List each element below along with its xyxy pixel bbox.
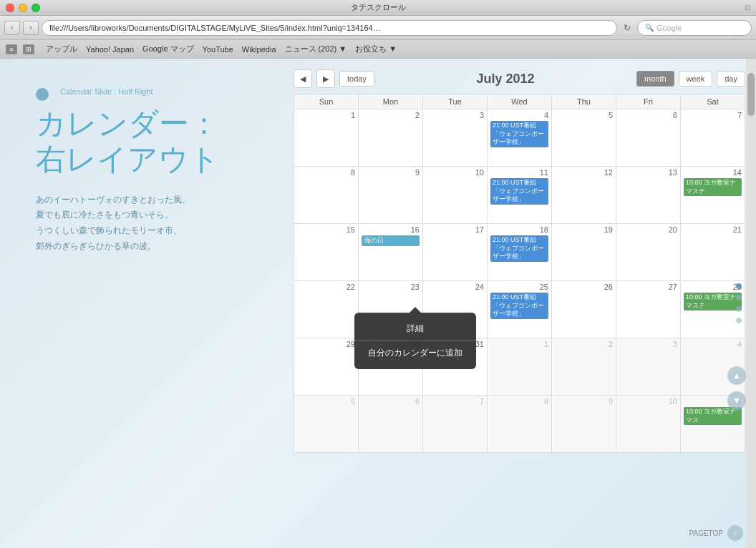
scrollbar[interactable]	[746, 59, 756, 548]
today-button[interactable]: today	[339, 71, 374, 87]
day-number: 17	[426, 225, 484, 234]
day-number: 13	[619, 168, 677, 177]
url-text: file:///Users/libroworks/Documents/DIGIT…	[49, 24, 381, 32]
event-block-r2-c1-0[interactable]: 海の日	[362, 235, 420, 246]
bookmark-wikipedia[interactable]: Wikipedia	[242, 45, 276, 54]
cal-cell-r1-c6[interactable]: 1410:00 ヨガ教室ナマステ	[681, 167, 745, 224]
event-block-r2-c3-0[interactable]: 21:00 UST番組「ウェブコンポーザー学校」	[490, 235, 548, 262]
cal-cell-r1-c3[interactable]: 1121:00 UST番組「ウェブコンポーザー学校」	[488, 167, 552, 224]
day-number: 5	[297, 397, 355, 406]
cal-cell-r3-c0[interactable]: 22	[294, 281, 359, 338]
resize-icon[interactable]: ⊡	[745, 4, 750, 11]
minimize-button[interactable]	[19, 4, 27, 12]
day-number: 9	[362, 168, 420, 177]
popup-details[interactable]: 詳細	[354, 318, 476, 339]
cal-cell-r4-c0[interactable]: 29	[294, 338, 359, 396]
cal-cell-r3-c3[interactable]: 2521:00 UST番組「ウェブコンポーザー学校」	[488, 281, 552, 338]
window-controls[interactable]	[6, 4, 40, 12]
cal-cell-r2-c2[interactable]: 17	[423, 224, 488, 281]
cal-cell-r5-c4[interactable]: 9	[552, 396, 616, 453]
close-button[interactable]	[6, 4, 14, 12]
cal-cell-r3-c5[interactable]: 27	[616, 281, 681, 338]
cal-cell-r1-c2[interactable]: 10	[423, 167, 488, 224]
cal-cell-r5-c0[interactable]: 5	[294, 396, 359, 453]
bookmark-apple[interactable]: アップル	[46, 44, 77, 54]
cal-cell-r5-c3[interactable]: 8	[488, 396, 552, 453]
cal-cell-r0-c6[interactable]: 7	[681, 109, 745, 167]
event-block-r1-c6-0[interactable]: 10:00 ヨガ教室ナマステ	[684, 178, 742, 196]
cal-cell-r0-c3[interactable]: 421:00 UST番組「ウェブコンポーザー学校」	[488, 109, 552, 167]
col-sat: Sat	[681, 94, 745, 109]
day-number: 25	[490, 283, 548, 291]
scroll-up-button[interactable]: ▲	[727, 366, 746, 385]
pagetop-button[interactable]: ↑	[727, 525, 743, 541]
month-view-button[interactable]: month	[636, 71, 674, 87]
day-number: 12	[555, 168, 613, 177]
cal-cell-r2-c3[interactable]: 1821:00 UST番組「ウェブコンポーザー学校」	[488, 224, 552, 281]
day-number: 10	[426, 168, 484, 177]
bookmark-youtube[interactable]: YouTube	[203, 45, 233, 54]
bookmark-news[interactable]: ニュース (202) ▼	[285, 44, 347, 54]
url-bar[interactable]: file:///Users/libroworks/Documents/DIGIT…	[42, 20, 617, 36]
cal-cell-r1-c0[interactable]: 8	[294, 167, 359, 224]
dot-3[interactable]	[736, 306, 742, 312]
cal-cell-r5-c5[interactable]: 10	[616, 396, 681, 453]
cal-cell-r5-c2[interactable]: 7	[423, 396, 488, 453]
cal-cell-r2-c1[interactable]: 16海の日	[359, 224, 423, 281]
cal-cell-r4-c5[interactable]: 3	[616, 338, 681, 396]
day-number: 16	[362, 225, 420, 234]
search-bar[interactable]: 🔍 Google	[637, 20, 752, 36]
cal-cell-r4-c4[interactable]: 2	[552, 338, 616, 396]
cal-cell-r0-c5[interactable]: 6	[616, 109, 681, 167]
reload-button[interactable]: ↻	[620, 21, 634, 35]
reader-icon[interactable]: ≡	[6, 44, 17, 54]
day-number: 23	[362, 283, 420, 291]
scrollbar-thumb[interactable]	[747, 73, 755, 116]
event-block-r5-c6-0[interactable]: 10:00 ヨガ教室ナマス	[684, 407, 742, 425]
cal-cell-r2-c6[interactable]: 21	[681, 224, 745, 281]
cal-cell-r4-c3[interactable]: 1	[488, 338, 552, 396]
day-number: 20	[619, 225, 677, 234]
cal-cell-r0-c4[interactable]: 5	[552, 109, 616, 167]
day-number: 28	[684, 283, 742, 291]
grid-icon[interactable]: ⊞	[23, 44, 34, 54]
cal-prev-button[interactable]: ◀	[294, 69, 312, 88]
bookmark-useful[interactable]: お役立ち ▼	[355, 44, 397, 54]
cal-cell-r2-c0[interactable]: 15	[294, 224, 359, 281]
col-fri: Fri	[616, 94, 681, 109]
maximize-button[interactable]	[32, 4, 40, 12]
back-button[interactable]: ‹	[4, 21, 20, 35]
event-popup: 詳細 自分のカレンダーに追加	[354, 313, 476, 369]
day-number: 27	[619, 283, 677, 291]
cal-cell-r3-c6[interactable]: 2810:00 ヨガ教室ナマステ	[681, 281, 745, 338]
dot-4[interactable]	[736, 318, 742, 323]
cal-cell-r0-c0[interactable]: 1	[294, 109, 359, 167]
cal-next-button[interactable]: ▶	[316, 69, 335, 88]
day-number: 18	[490, 225, 548, 234]
cal-cell-r3-c4[interactable]: 26	[552, 281, 616, 338]
event-block-r3-c6-0[interactable]: 10:00 ヨガ教室ナマステ	[684, 293, 742, 310]
cal-cell-r2-c5[interactable]: 20	[616, 224, 681, 281]
event-block-r1-c3-0[interactable]: 21:00 UST番組「ウェブコンポーザー学校」	[490, 178, 548, 205]
cal-cell-r2-c4[interactable]: 19	[552, 224, 616, 281]
event-block-r3-c3-0[interactable]: 21:00 UST番組「ウェブコンポーザー学校」	[490, 293, 548, 319]
day-number: 9	[555, 397, 613, 406]
popup-add-to-calendar[interactable]: 自分のカレンダーに追加	[354, 343, 476, 363]
day-number: 2	[555, 340, 613, 348]
bookmark-yahoo[interactable]: Yahoo! Japan	[86, 45, 134, 54]
forward-button[interactable]: ›	[23, 21, 39, 35]
scroll-down-button[interactable]: ▼	[727, 391, 746, 410]
week-view-button[interactable]: week	[679, 71, 713, 87]
cal-cell-r1-c5[interactable]: 13	[616, 167, 681, 224]
day-view-button[interactable]: day	[717, 71, 745, 87]
dot-1[interactable]	[736, 283, 742, 289]
cal-cell-r1-c1[interactable]: 9	[359, 167, 423, 224]
cal-cell-r0-c1[interactable]: 2	[359, 109, 423, 167]
cal-cell-r5-c1[interactable]: 6	[359, 396, 423, 453]
calendar-row-1: 89101121:00 UST番組「ウェブコンポーザー学校」12131410:0…	[294, 167, 745, 224]
dot-2[interactable]	[736, 295, 742, 300]
event-block-r0-c3-0[interactable]: 21:00 UST番組「ウェブコンポーザー学校」	[490, 121, 548, 147]
cal-cell-r1-c4[interactable]: 12	[552, 167, 616, 224]
cal-cell-r0-c2[interactable]: 3	[423, 109, 488, 167]
bookmark-google-maps[interactable]: Google マップ	[142, 44, 194, 54]
